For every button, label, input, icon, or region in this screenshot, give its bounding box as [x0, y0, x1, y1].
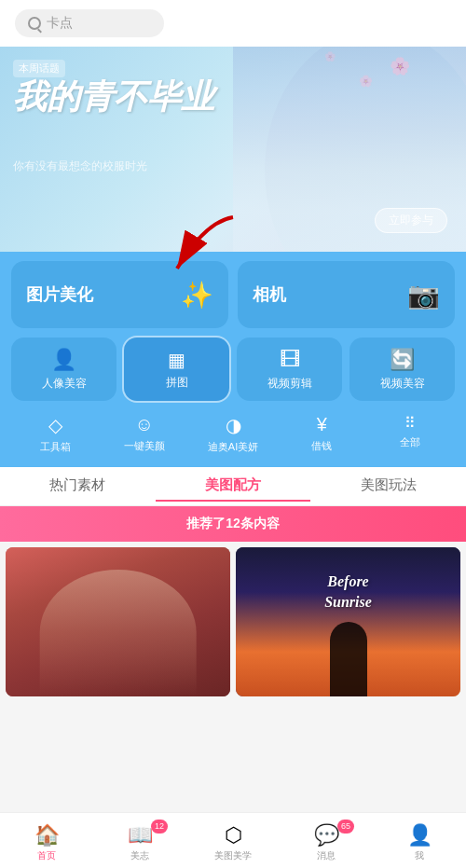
tool-borrow[interactable]: ¥ 借钱: [278, 408, 366, 460]
tool-all-label: 全部: [400, 435, 420, 449]
tool-video-beauty-icon: 🔄: [390, 348, 415, 372]
tab-bar: 热门素材 美图配方 美图玩法: [0, 467, 466, 506]
nav-magazine-label: 美志: [130, 849, 149, 862]
bottom-nav: 🏠 首页 📖 12 美志 ⬡ 美图美学 💬 65 消息 👤 我: [0, 812, 466, 868]
search-icon: [28, 17, 41, 30]
tool-collage-icon: ▦: [168, 349, 185, 371]
tool-one-click[interactable]: ☺ 一键美颜: [100, 408, 188, 460]
rec-bar: 推荐了12条内容: [0, 506, 466, 542]
tool-ai-beauty-icon: ◑: [226, 414, 241, 436]
tool-one-click-icon: ☺: [135, 414, 154, 435]
banner-title: 我的青不毕业: [13, 76, 214, 117]
nav-profile-icon: 👤: [407, 823, 432, 847]
tool-portrait-icon: 👤: [51, 348, 76, 372]
tool-one-click-label: 一键美颜: [124, 439, 165, 453]
tool-portrait[interactable]: 👤 人像美容: [11, 338, 116, 401]
tool-camera-icon: 📷: [407, 280, 440, 310]
tool-all[interactable]: ⠿ 全部: [366, 408, 455, 460]
nav-profile-label: 我: [415, 849, 424, 862]
search-placeholder: 卡点: [47, 15, 73, 32]
banner: 🌸 🌸 🌸 本周话题 我的青不毕业 你有没有最想念的校服时光 立即参与: [0, 47, 466, 252]
tool-video-beauty-label: 视频美容: [380, 376, 425, 392]
nav-profile[interactable]: 👤 我: [373, 820, 466, 862]
nav-magazine-icon: 📖: [128, 823, 153, 847]
tool-beautify-icon: ✨: [181, 280, 213, 310]
tool-ai-beauty[interactable]: ◑ 迪奥AI美妍: [188, 408, 277, 460]
header: 卡点: [0, 0, 466, 47]
content-grid: P P BeforeSunrise: [0, 542, 466, 702]
tab-hot[interactable]: 热门素材: [0, 476, 156, 502]
nav-home-label: 首页: [37, 849, 56, 862]
nav-magazine[interactable]: 📖 12 美志: [93, 820, 186, 862]
nav-meitu[interactable]: ⬡ 美图美学: [186, 820, 280, 862]
tool-video-beauty[interactable]: 🔄 视频美容: [350, 338, 455, 401]
tool-beautify-label: 图片美化: [26, 283, 93, 306]
banner-topic-tag: 本周话题: [13, 60, 65, 77]
tool-borrow-icon: ¥: [317, 414, 327, 435]
tool-video-edit-label: 视频剪辑: [267, 376, 312, 392]
nav-home[interactable]: 🏠 首页: [0, 820, 93, 862]
tool-all-icon: ⠿: [404, 414, 416, 432]
tool-collage[interactable]: ▦ 拼图: [124, 338, 229, 401]
nav-messages-badge: 65: [337, 820, 354, 834]
tool-beautify[interactable]: 图片美化 ✨: [11, 261, 228, 328]
tool-ai-beauty-label: 迪奥AI美妍: [208, 440, 258, 454]
nav-messages-icon: 💬: [314, 823, 339, 847]
card2-text: BeforeSunrise: [324, 572, 372, 613]
tool-row-1: 图片美化 ✨ 相机 📷: [11, 261, 455, 328]
nav-messages-label: 消息: [317, 849, 336, 862]
tool-collage-label: 拼图: [166, 375, 188, 391]
tool-row-3: ◇ 工具箱 ☺ 一键美颜 ◑ 迪奥AI美妍 ¥ 借钱 ⠿ 全部: [11, 408, 455, 460]
content-card-2[interactable]: P BeforeSunrise: [236, 547, 460, 696]
banner-join-button[interactable]: 立即参与: [375, 208, 447, 233]
nav-meitu-icon: ⬡: [225, 823, 242, 847]
tool-toolbox-icon: ◇: [48, 414, 62, 436]
tab-recipe[interactable]: 美图配方: [156, 476, 311, 502]
banner-subtitle: 你有没有最想念的校服时光: [13, 158, 147, 174]
tool-toolbox-label: 工具箱: [40, 440, 71, 454]
nav-magazine-badge: 12: [151, 820, 168, 834]
search-bar[interactable]: 卡点: [15, 9, 164, 37]
tool-row-2: 👤 人像美容 ▦ 拼图 🎞 视频剪辑 🔄 视频美容: [11, 338, 455, 401]
nav-meitu-label: 美图美学: [214, 849, 252, 862]
tab-play[interactable]: 美图玩法: [310, 476, 466, 502]
tool-camera-label: 相机: [253, 283, 286, 306]
tool-video-edit-icon: 🎞: [280, 348, 300, 372]
tool-video-edit[interactable]: 🎞 视频剪辑: [237, 338, 342, 401]
tool-borrow-label: 借钱: [311, 439, 332, 453]
content-card-1[interactable]: P: [6, 547, 230, 696]
tool-camera[interactable]: 相机 📷: [238, 261, 455, 328]
nav-messages[interactable]: 💬 65 消息: [280, 820, 373, 862]
tool-portrait-label: 人像美容: [42, 376, 87, 392]
tool-grid: 图片美化 ✨ 相机 📷 👤 人像美容 ▦ 拼图 🎞 视频剪辑 🔄 视频美容 ◇: [0, 252, 466, 467]
nav-home-icon: 🏠: [34, 823, 60, 847]
tool-toolbox[interactable]: ◇ 工具箱: [11, 408, 100, 460]
